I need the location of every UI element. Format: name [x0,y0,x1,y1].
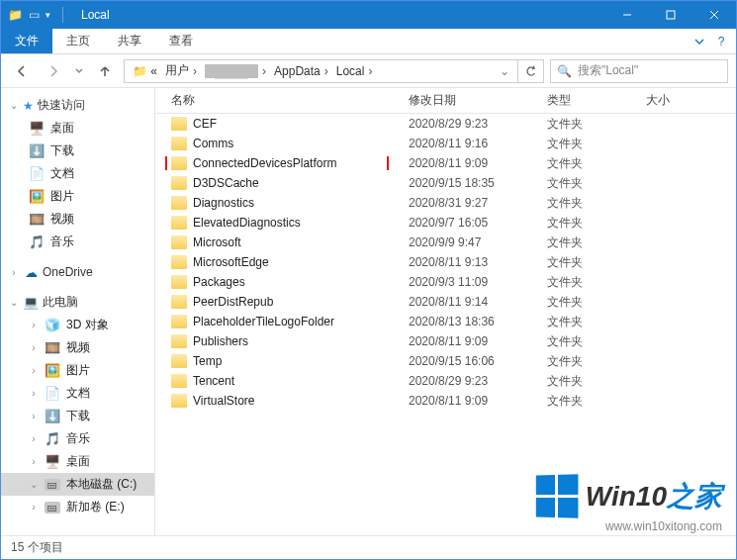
sidebar-item[interactable]: 音乐 [1,231,154,253]
forward-button[interactable] [41,58,66,84]
folder-icon [171,334,187,348]
table-row[interactable]: VirtualStore 2020/8/11 9:09 文件夹 [155,391,736,411]
search-icon: 🔍 [557,64,572,78]
folder-icon [171,275,187,289]
folder-icon [171,156,187,170]
sidebar-quick-access[interactable]: ⌄★快速访问 [1,94,154,117]
qat-dropdown-icon[interactable]: ▾ [46,10,50,20]
table-row[interactable]: CEF 2020/8/29 9:23 文件夹 [155,114,736,134]
table-row[interactable]: PeerDistRepub 2020/8/11 9:14 文件夹 [155,292,736,312]
sidebar-item[interactable]: ›视频 [1,336,154,359]
sidebar-item[interactable]: ›桌面 [1,450,154,473]
folder-icon [171,117,187,131]
column-headers: 名称 修改日期 类型 大小 [155,88,736,114]
col-type[interactable]: 类型 [539,92,638,109]
recent-locations-button[interactable] [72,58,86,84]
file-list: 名称 修改日期 类型 大小 CEF 2020/8/29 9:23 文件夹 Com… [155,88,736,535]
refresh-button[interactable] [518,59,544,83]
folder-icon [171,176,187,190]
breadcrumb-root[interactable]: 📁 « [129,64,161,78]
folder-icon [171,295,187,309]
back-button[interactable] [9,58,35,84]
up-button[interactable] [92,58,118,84]
search-input[interactable]: 🔍 搜索"Local" [550,59,728,83]
breadcrumb[interactable]: AppData › [270,64,332,78]
table-row[interactable]: Packages 2020/9/3 11:09 文件夹 [155,272,736,292]
table-row[interactable]: MicrosoftEdge 2020/8/11 9:13 文件夹 [155,252,736,272]
table-row[interactable]: Temp 2020/9/15 16:06 文件夹 [155,351,736,371]
app-icon: 📁 [7,7,23,23]
tab-share[interactable]: 共享 [104,29,155,53]
ribbon: 文件 主页 共享 查看 ? [1,29,736,54]
status-bar: 15 个项目 [1,535,736,559]
table-row[interactable]: ElevatedDiagnostics 2020/9/7 16:05 文件夹 [155,213,736,233]
breadcrumb[interactable]: 用户 › [161,62,201,79]
table-row[interactable]: Publishers 2020/8/11 9:09 文件夹 [155,331,736,351]
sidebar-item[interactable]: ›下载 [1,405,154,427]
status-count: 15 个项目 [11,539,63,556]
qat-properties-icon[interactable]: ▭ [29,8,40,22]
address-bar[interactable]: 📁 « 用户 › ████ › AppData › Local › ⌄ [124,59,518,83]
sidebar-item[interactable]: ⌄本地磁盘 (C:) [1,473,154,496]
folder-icon [171,196,187,210]
sidebar-onedrive[interactable]: ›OneDrive [1,261,154,283]
breadcrumb[interactable]: Local › [332,64,377,78]
sidebar-item[interactable]: ›3D 对象 [1,314,154,336]
sidebar-item[interactable]: 下载 [1,140,154,162]
table-row[interactable]: Diagnostics 2020/8/31 9:27 文件夹 [155,193,736,213]
window-title: Local [81,8,110,22]
folder-icon [171,137,187,150]
nav-row: 📁 « 用户 › ████ › AppData › Local › ⌄ 🔍 搜索… [1,54,736,88]
maximize-button[interactable] [649,1,692,29]
folder-icon [171,315,187,328]
close-button[interactable] [692,1,736,29]
table-row[interactable]: ConnectedDevicesPlatform 2020/8/11 9:09 … [155,153,736,173]
folder-icon [171,235,187,249]
help-icon[interactable]: ? [712,33,730,50]
tab-view[interactable]: 查看 [155,29,207,53]
table-row[interactable]: Microsoft 2020/9/9 9:47 文件夹 [155,233,736,252]
table-row[interactable]: Tencent 2020/8/29 9:23 文件夹 [155,371,736,391]
sidebar-this-pc[interactable]: ⌄此电脑 [1,291,154,314]
breadcrumb-hidden[interactable]: ████ › [201,64,270,78]
folder-icon [171,354,187,368]
col-date[interactable]: 修改日期 [401,92,539,109]
address-dropdown-icon[interactable]: ⌄ [500,64,513,78]
tab-home[interactable]: 主页 [52,29,104,53]
sidebar-item[interactable]: 文档 [1,162,154,185]
sidebar-item[interactable]: ›新加卷 (E:) [1,496,154,518]
titlebar: 📁 ▭ ▾ Local [1,1,736,29]
search-placeholder: 搜索"Local" [578,62,638,79]
sidebar-item[interactable]: 桌面 [1,117,154,140]
sidebar-item[interactable]: ›音乐 [1,427,154,450]
svg-rect-1 [667,11,675,19]
folder-icon [171,394,187,408]
folder-icon [171,216,187,230]
col-name[interactable]: 名称 [163,92,401,109]
sidebar-item[interactable]: ›图片 [1,359,154,382]
folder-icon [171,255,187,269]
sidebar-item[interactable]: 图片 [1,185,154,208]
sidebar: ⌄★快速访问桌面下载文档图片视频音乐›OneDrive⌄此电脑›3D 对象›视频… [1,88,155,535]
sidebar-item[interactable]: 视频 [1,208,154,231]
table-row[interactable]: PlaceholderTileLogoFolder 2020/8/13 18:3… [155,312,736,331]
col-size[interactable]: 大小 [638,92,717,109]
file-tab[interactable]: 文件 [1,29,52,53]
minimize-button[interactable] [605,1,649,29]
table-row[interactable]: Comms 2020/8/11 9:16 文件夹 [155,134,736,153]
sidebar-item[interactable]: ›文档 [1,382,154,405]
expand-ribbon-icon[interactable] [691,33,708,50]
table-row[interactable]: D3DSCache 2020/9/15 18:35 文件夹 [155,173,736,193]
folder-icon [171,374,187,388]
